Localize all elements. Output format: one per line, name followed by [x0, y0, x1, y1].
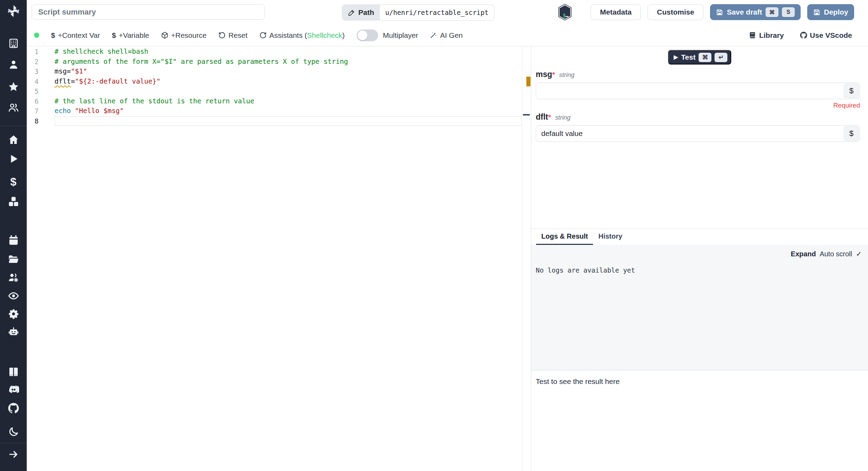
add-variable-button[interactable]: $ +Variable	[112, 31, 149, 40]
editor-toolbar: $ +Context Var $ +Variable +Resource	[27, 24, 868, 46]
content-split: 1# shellcheck shell=bash2# arguments of …	[27, 46, 868, 471]
users-gear-icon[interactable]	[8, 272, 19, 283]
assistants-label: Assistants (Shellcheck)	[269, 31, 345, 40]
multiplayer-label: Multiplayer	[383, 31, 418, 40]
test-label: Test	[681, 53, 696, 61]
vscode-label: Use VScode	[810, 31, 852, 40]
users-icon[interactable]	[8, 102, 19, 113]
sidebar: $	[0, 0, 27, 471]
moon-icon[interactable]	[8, 426, 19, 438]
save-draft-label: Save draft	[727, 8, 762, 16]
panel-tabs: Logs & Result History	[531, 229, 868, 245]
code-line[interactable]: 5	[27, 86, 531, 96]
tab-logs-result[interactable]: Logs & Result	[536, 229, 593, 245]
ai-gen-button[interactable]: AI Gen	[430, 31, 462, 40]
check-icon[interactable]: ✓	[856, 250, 862, 258]
required-star: *	[548, 113, 551, 121]
discord-icon[interactable]	[8, 384, 19, 395]
assistants-button[interactable]: Assistants (Shellcheck)	[259, 31, 345, 40]
kbd-cmd: ⌘	[699, 53, 711, 62]
script-summary-input[interactable]	[32, 4, 265, 20]
add-context-var-button[interactable]: $ +Context Var	[51, 31, 100, 40]
main-area: Path u/henri/retractable_script $ Metada…	[27, 0, 868, 471]
tab-history[interactable]: History	[593, 229, 627, 245]
code-text: echo "Hello $msg"	[55, 106, 522, 116]
line-number: 4	[27, 77, 39, 87]
dollar-icon[interactable]: $	[8, 176, 19, 188]
calendar-icon[interactable]	[8, 234, 19, 246]
code-line[interactable]: 3msg="$1"	[27, 67, 531, 77]
insert-variable-button[interactable]: $	[844, 84, 859, 98]
dflt-input[interactable]	[536, 126, 860, 142]
field-label-msg: msg* string	[536, 70, 860, 79]
dollar-icon: $	[51, 31, 55, 40]
ai-gen-label: AI Gen	[440, 31, 462, 40]
code-text: # the last line of the stdout is the ret…	[55, 96, 522, 106]
play-icon: ▶	[674, 54, 678, 60]
package-icon	[161, 32, 168, 39]
test-button[interactable]: ▶ Test ⌘ ↵	[668, 50, 732, 65]
boxes-icon[interactable]	[8, 196, 19, 207]
save-icon	[813, 9, 820, 16]
book-icon[interactable]	[8, 366, 19, 378]
gear-icon[interactable]	[8, 308, 19, 320]
kbd-cmd: ⌘	[766, 7, 778, 17]
multiplayer-toggle-group: Multiplayer	[357, 29, 418, 41]
edit-path-button[interactable]: Path	[342, 5, 380, 20]
overview-ruler[interactable]	[522, 46, 531, 471]
deploy-button[interactable]: Deploy	[807, 4, 854, 20]
eye-icon[interactable]	[8, 290, 19, 302]
path-value[interactable]: u/henri/retractable_script	[380, 5, 494, 20]
windmill-logo-icon[interactable]	[6, 3, 22, 19]
code-line[interactable]: 7echo "Hello $msg"	[27, 106, 531, 116]
rotate-ccw-icon	[218, 32, 226, 39]
save-draft-button[interactable]: Save draft ⌘ S	[710, 4, 801, 20]
code-line[interactable]: 4dflt="${2:-default value}"	[27, 77, 531, 87]
multiplayer-toggle[interactable]	[357, 29, 378, 41]
star-icon[interactable]	[8, 81, 19, 93]
home-icon[interactable]	[8, 134, 19, 146]
user-icon[interactable]	[8, 59, 19, 70]
library-book-icon	[749, 32, 756, 39]
code-editor[interactable]: 1# shellcheck shell=bash2# arguments of …	[27, 46, 531, 471]
deploy-label: Deploy	[824, 8, 848, 16]
github-icon[interactable]	[8, 402, 19, 414]
line-number: 3	[27, 67, 39, 77]
refresh-icon	[259, 32, 267, 39]
library-button[interactable]: Library	[749, 31, 784, 40]
code-line[interactable]: 2# arguments of the form X="$I" are pars…	[27, 57, 531, 67]
line-number: 5	[27, 86, 39, 96]
dollar-icon: $	[112, 31, 116, 40]
sidebar-divider	[0, 126, 27, 126]
metadata-button[interactable]: Metadata	[591, 4, 641, 20]
code-text: msg="$1"	[55, 67, 522, 77]
reset-label: Reset	[228, 31, 248, 40]
add-resource-button[interactable]: +Resource	[161, 31, 207, 40]
arrow-right-icon[interactable]	[8, 448, 19, 460]
play-icon[interactable]	[8, 153, 19, 165]
customise-button[interactable]: Customise	[648, 4, 703, 20]
code-line[interactable]: 8	[27, 116, 531, 126]
field-name: msg	[536, 70, 552, 79]
wand-icon	[430, 32, 437, 39]
dflt-input-wrap: $	[536, 125, 860, 142]
code-line[interactable]: 1# shellcheck shell=bash	[27, 47, 531, 57]
robot-icon[interactable]	[8, 326, 19, 338]
building-icon[interactable]	[8, 37, 19, 49]
line-number: 2	[27, 57, 39, 67]
reset-button[interactable]: Reset	[218, 31, 248, 40]
expand-button[interactable]: Expand	[791, 250, 816, 258]
autoscroll-label[interactable]: Auto scroll	[820, 250, 852, 258]
insert-variable-button[interactable]: $	[844, 126, 859, 141]
context-var-label: +Context Var	[58, 31, 100, 40]
use-vscode-button[interactable]: Use VScode	[800, 31, 852, 40]
line-number: 8	[27, 116, 39, 126]
msg-input[interactable]	[536, 83, 860, 99]
required-note: Required	[539, 102, 860, 109]
folder-open-icon[interactable]	[8, 253, 19, 265]
code-line[interactable]: 6# the last line of the stdout is the re…	[27, 96, 531, 106]
code-text	[55, 116, 522, 126]
field-label-dflt: dflt* string	[536, 112, 860, 122]
line-number: 6	[27, 96, 39, 106]
panel-spacer	[531, 142, 868, 229]
